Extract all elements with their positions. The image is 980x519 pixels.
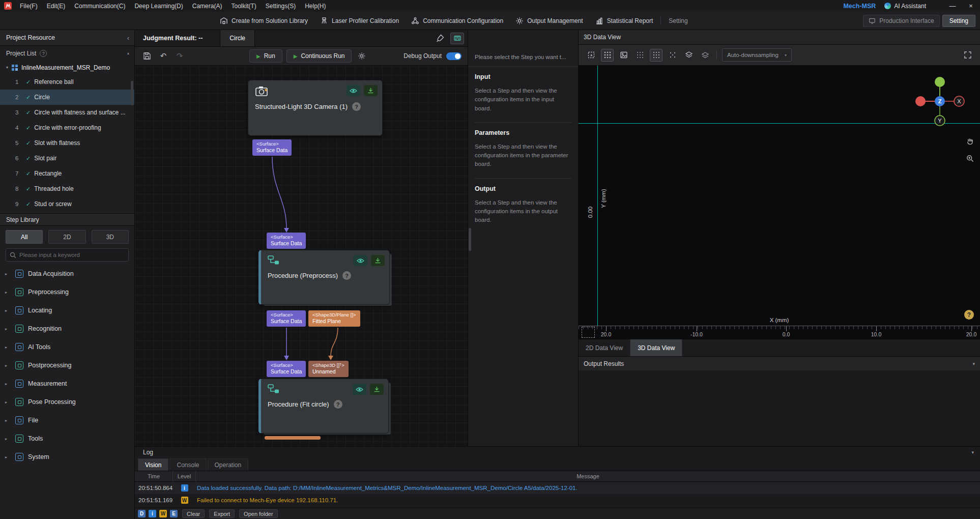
collapse-sidebar-icon[interactable]: ‹	[127, 34, 129, 42]
tab-circle[interactable]: Circle	[220, 30, 255, 46]
measure-tool-button[interactable]	[450, 33, 464, 44]
setting-mode-button[interactable]: Setting	[942, 15, 975, 27]
redo-button[interactable]: ↷	[174, 50, 186, 62]
menu-item[interactable]: Toolkit(T)	[226, 0, 261, 12]
continuous-run-button[interactable]: ▶ Continuous Run	[286, 49, 352, 63]
step-category[interactable]: ▸ System	[0, 448, 134, 466]
step-category[interactable]: ▸ Recognition	[0, 320, 134, 338]
menu-item[interactable]: Deep Learning(D)	[130, 0, 187, 12]
expand-icon[interactable]: ▸	[5, 272, 11, 276]
zoom-tool-button[interactable]	[965, 153, 975, 163]
project-item[interactable]: 7 ✓ Rectangle	[0, 166, 134, 181]
help-icon[interactable]: ?	[964, 310, 974, 320]
expand-icon[interactable]: ▸	[5, 382, 11, 386]
step-category[interactable]: ▸ Locating	[0, 301, 134, 320]
output-results-bar[interactable]: Output Results ▾	[579, 356, 980, 370]
visibility-toggle[interactable]	[353, 384, 366, 395]
step-library-tab[interactable]: 2D	[48, 230, 85, 244]
collapse-tree-icon[interactable]: ▴	[127, 51, 129, 55]
port-tag-surface-data[interactable]: <Surface> Surface Data	[267, 310, 306, 327]
menu-item[interactable]: File(F)	[15, 0, 42, 12]
expand-icon[interactable]: ▸	[5, 418, 11, 423]
step-category[interactable]: ▸ Tools	[0, 429, 134, 448]
sparse-grid-button[interactable]	[633, 49, 646, 62]
project-item[interactable]: 8 ✓ Threaded hole	[0, 181, 134, 196]
port-tag-fitted-plane[interactable]: <Shape3D/Plane []> Fitted Plane	[308, 310, 360, 327]
save-output-button[interactable]	[371, 255, 385, 266]
expand-icon[interactable]: ▸	[5, 400, 11, 405]
log-header[interactable]: Log ▾	[135, 447, 980, 457]
data-view-tab[interactable]: 2D Data View	[579, 339, 630, 356]
debug-output-toggle[interactable]	[446, 52, 462, 60]
help-icon[interactable]: ?	[40, 50, 47, 57]
save-button[interactable]	[141, 50, 153, 62]
run-settings-button[interactable]	[356, 50, 368, 62]
step-category[interactable]: ▸ Pose Processing	[0, 393, 134, 411]
expand-icon[interactable]: ▸	[5, 437, 11, 441]
step-library-tab[interactable]: All	[6, 230, 43, 244]
log-action-button[interactable]: Clear	[182, 509, 205, 518]
log-action-button[interactable]: Export	[209, 509, 235, 518]
menu-item[interactable]: Settings(S)	[261, 0, 300, 12]
project-item[interactable]: 6 ✓ Slot pair	[0, 151, 134, 166]
layers-button[interactable]	[682, 49, 695, 62]
step-category[interactable]: ▸ Postprocessing	[0, 356, 134, 374]
minimize-icon[interactable]: —	[943, 0, 962, 12]
frame-select-button[interactable]	[585, 49, 597, 62]
log-action-button[interactable]: Open folder	[239, 509, 277, 518]
statistical-report-button[interactable]: Statistical Report	[589, 12, 659, 30]
image-view-button[interactable]	[617, 49, 630, 62]
log-filter-toggle[interactable]: i	[149, 510, 156, 517]
node-procedure-preprocess[interactable]: Procedure (Preprocess) ?	[258, 250, 390, 305]
expand-icon[interactable]: ▸	[5, 345, 11, 350]
log-row[interactable]: 20:51:51.169 W Failed to connect to Mech…	[135, 494, 980, 506]
help-icon[interactable]: ?	[334, 400, 342, 409]
visibility-toggle[interactable]	[347, 85, 360, 96]
port-tag-surface-data[interactable]: <Surface> Surface Data	[267, 361, 306, 377]
step-category[interactable]: ▸ Preprocessing	[0, 283, 134, 301]
scrollbar-thumb[interactable]	[131, 81, 133, 105]
point-cloud-view-button[interactable]	[601, 49, 614, 62]
data-view-tab[interactable]: 3D Data View	[630, 339, 682, 356]
menu-item[interactable]: Help(H)	[300, 0, 330, 12]
port-tag-surface-data[interactable]: <Surface> Surface Data	[252, 139, 292, 156]
communication-configuration-button[interactable]: Communication Configuration	[405, 12, 509, 30]
step-category[interactable]: ▸ Data Acquisition	[0, 265, 134, 283]
project-root-row[interactable]: ▾ InlineMeasurement_MSR_Demo	[0, 61, 134, 74]
step-search-input[interactable]	[19, 252, 125, 258]
dense-grid-button[interactable]	[650, 49, 662, 62]
node-structured-light-3d-camera[interactable]: Structured-Light 3D Camera (1) ?	[248, 80, 383, 136]
expand-icon[interactable]: ▸	[5, 308, 11, 313]
menu-item[interactable]: Communication(C)	[70, 0, 130, 12]
graph-canvas[interactable]: Structured-Light 3D Camera (1) ? <Surfac…	[135, 66, 468, 446]
run-button[interactable]: ▶ Run	[249, 49, 282, 63]
step-library-tab[interactable]: 3D	[92, 230, 129, 244]
menu-item[interactable]: Camera(A)	[188, 0, 227, 12]
log-row[interactable]: 20:51:50.864 i Data loaded successfully.…	[135, 482, 980, 494]
laser-profiler-calibration-button[interactable]: Laser Profiler Calibration	[314, 12, 405, 30]
node-procedure-fit-circle[interactable]: Procedure (Fit circle) ?	[258, 379, 389, 434]
menu-item[interactable]: Edit(E)	[42, 0, 70, 12]
step-category[interactable]: ▸ File	[0, 411, 134, 429]
orientation-gizmo[interactable]: Z X Y	[907, 72, 973, 133]
project-item[interactable]: 9 ✓ Stud or screw	[0, 196, 134, 212]
scatter-view-button[interactable]	[666, 49, 679, 62]
layers-alt-button[interactable]	[699, 49, 711, 62]
step-category[interactable]: ▸ Measurement	[0, 374, 134, 393]
expand-icon[interactable]: ▸	[5, 327, 11, 331]
expand-icon[interactable]: ▸	[5, 455, 11, 459]
port-tag-surface-data[interactable]: <Surface> Surface Data	[267, 233, 306, 249]
create-from-solution-library-button[interactable]: Create from Solution Library	[214, 12, 314, 30]
step-category[interactable]: ▸ AI Tools	[0, 338, 134, 356]
log-filter-toggle[interactable]: D	[138, 510, 146, 517]
help-icon[interactable]: ?	[342, 271, 351, 280]
project-item[interactable]: 5 ✓ Slot with flatness	[0, 135, 134, 151]
scrollbar-thumb[interactable]	[469, 228, 471, 251]
log-tab[interactable]: Vision	[138, 458, 168, 471]
fullscreen-button[interactable]	[961, 49, 974, 62]
undo-button[interactable]: ↶	[157, 50, 169, 62]
downsampling-dropdown[interactable]: Auto-downsampling ▾	[722, 48, 792, 62]
log-filter-toggle[interactable]: E	[170, 510, 178, 517]
brush-tool-button[interactable]	[433, 33, 447, 44]
expand-icon[interactable]: ▸	[5, 363, 11, 368]
